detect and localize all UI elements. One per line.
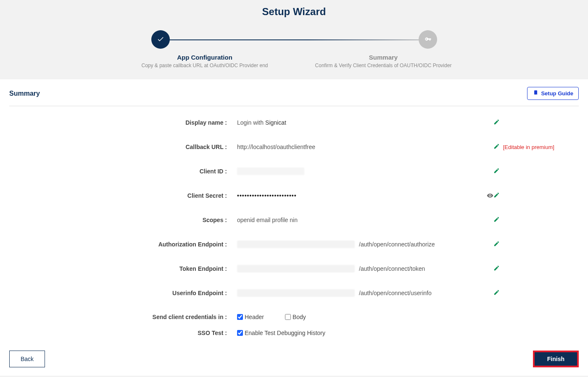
checkbox-body-label: Body (293, 314, 306, 320)
edit-icon[interactable] (493, 265, 500, 272)
display-name-value-suffix: Signicat (265, 119, 286, 126)
edit-icon[interactable] (493, 241, 500, 248)
row-scopes: Scopes : openid email profile nin (9, 216, 579, 224)
callback-url-value: http://localhost/oauthclientfree (237, 144, 315, 150)
token-endpoint-suffix: /auth/open/connect/token (359, 265, 425, 272)
row-token-endpoint: Token Endpoint : /auth/open/connect/toke… (9, 265, 579, 272)
userinfo-endpoint-label: Userinfo Endpoint : (9, 290, 237, 296)
scopes-label: Scopes : (9, 217, 237, 223)
checkbox-sso-test-label: Enable Test Debugging History (245, 330, 325, 336)
edit-icon[interactable] (493, 192, 500, 199)
row-client-secret: Client Secret : •••••••••••••••••••••••• (9, 192, 579, 199)
back-button[interactable]: Back (9, 351, 45, 367)
row-authorization-endpoint: Authorization Endpoint : /auth/open/conn… (9, 241, 579, 248)
checkbox-sso-test[interactable]: Enable Test Debugging History (237, 330, 325, 336)
stepper (151, 30, 437, 50)
userinfo-endpoint-suffix: /auth/open/connect/userinfo (359, 290, 432, 296)
checkbox-sso-test-input[interactable] (237, 330, 243, 336)
client-id-value-redacted (237, 168, 304, 175)
edit-icon[interactable] (493, 119, 500, 126)
row-display-name: Display name : Login with Signicat (9, 119, 579, 126)
checkbox-header[interactable]: Header (237, 314, 264, 320)
authorization-endpoint-suffix: /auth/open/connect/authorize (359, 241, 435, 248)
panel-heading: Summary (9, 90, 40, 97)
step-label-summary: Summary Confirm & Verify Client Credenti… (294, 54, 473, 68)
checkbox-body[interactable]: Body (285, 314, 306, 320)
edit-icon[interactable] (493, 143, 500, 151)
stepper-labels: App Configuration Copy & paste callback … (116, 54, 473, 68)
summary-panel: Summary Setup Guide Display name : Login… (0, 79, 588, 351)
callback-url-label: Callback URL : (9, 144, 237, 150)
setup-guide-label: Setup Guide (541, 90, 573, 97)
display-name-label: Display name : (9, 119, 237, 126)
key-icon (424, 35, 432, 44)
checkbox-header-input[interactable] (237, 314, 243, 320)
wizard-title: Setup Wizard (0, 0, 588, 30)
stepper-line (163, 39, 425, 40)
client-secret-label: Client Secret : (9, 192, 237, 199)
client-id-label: Client ID : (9, 168, 237, 175)
edit-icon[interactable] (493, 168, 500, 175)
row-callback-url: Callback URL : http://localhost/oauthcli… (9, 143, 579, 151)
step-summary-circle (419, 30, 437, 49)
finish-button[interactable]: Finish (533, 351, 579, 367)
editable-in-premium-note: [Editable in premium] (503, 144, 554, 150)
step-app-config-circle (151, 30, 170, 49)
row-userinfo-endpoint: Userinfo Endpoint : /auth/open/connect/u… (9, 289, 579, 297)
row-client-id: Client ID : (9, 168, 579, 175)
token-endpoint-prefix-redacted (237, 265, 355, 272)
row-send-credentials: Send client credentials in : Header Body (9, 314, 579, 320)
scopes-value: openid email profile nin (237, 217, 298, 223)
sso-test-label: SSO Test : (9, 330, 237, 336)
step-label-app-config: App Configuration Copy & paste callback … (116, 54, 294, 68)
setup-guide-button[interactable]: Setup Guide (527, 87, 579, 100)
send-credentials-label: Send client credentials in : (9, 314, 237, 320)
token-endpoint-label: Token Endpoint : (9, 265, 237, 272)
client-secret-value: •••••••••••••••••••••••• (237, 192, 297, 199)
authorization-endpoint-prefix-redacted (237, 241, 355, 248)
checkbox-header-label: Header (245, 314, 264, 320)
authorization-endpoint-label: Authorization Endpoint : (9, 241, 237, 248)
display-name-value-prefix: Login with (237, 119, 264, 126)
row-sso-test: SSO Test : Enable Test Debugging History (9, 330, 579, 336)
eye-icon[interactable] (487, 192, 493, 199)
book-icon (533, 90, 538, 97)
userinfo-endpoint-prefix-redacted (237, 289, 355, 297)
edit-icon[interactable] (493, 289, 500, 297)
check-icon (157, 35, 164, 44)
checkbox-body-input[interactable] (285, 314, 291, 320)
edit-icon[interactable] (493, 216, 500, 224)
